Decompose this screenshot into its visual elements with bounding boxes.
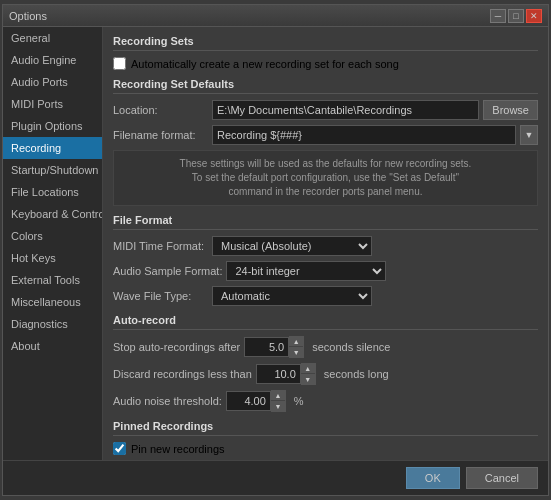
sidebar-item-diagnostics[interactable]: Diagnostics: [3, 313, 102, 335]
noise-spin-up[interactable]: ▲: [271, 391, 285, 401]
location-input[interactable]: [212, 100, 479, 120]
sidebar-item-audio-ports[interactable]: Audio Ports: [3, 71, 102, 93]
audio-sample-row: Audio Sample Format: 24-bit integer: [113, 261, 538, 281]
section-recording-set-defaults: Recording Set Defaults: [113, 78, 538, 94]
options-window: Options ─ □ ✕ GeneralAudio EngineAudio P…: [2, 4, 549, 496]
auto-create-label: Automatically create a new recording set…: [131, 58, 399, 70]
midi-time-select[interactable]: Musical (Absolute): [212, 236, 372, 256]
stop-suffix: seconds silence: [312, 341, 390, 353]
discard-suffix: seconds long: [324, 368, 389, 380]
sidebar-item-keyboard-controls[interactable]: Keyboard & Controls: [3, 203, 102, 225]
discard-spin-buttons: ▲ ▼: [301, 363, 316, 385]
wave-file-label: Wave File Type:: [113, 290, 208, 302]
noise-suffix: %: [294, 395, 304, 407]
close-button[interactable]: ✕: [526, 9, 542, 23]
discard-label: Discard recordings less than: [113, 368, 252, 380]
main-content: GeneralAudio EngineAudio PortsMIDI Ports…: [3, 27, 548, 460]
discard-input[interactable]: [256, 364, 301, 384]
browse-button[interactable]: Browse: [483, 100, 538, 120]
discard-row: Discard recordings less than ▲ ▼ seconds…: [113, 363, 538, 385]
section-pinned-recordings: Pinned Recordings: [113, 420, 538, 436]
location-label: Location:: [113, 104, 208, 116]
sidebar-item-general[interactable]: General: [3, 27, 102, 49]
noise-input[interactable]: [226, 391, 271, 411]
footer: OK Cancel: [3, 460, 548, 495]
section-file-format: File Format: [113, 214, 538, 230]
stop-spin-up[interactable]: ▲: [289, 337, 303, 347]
sidebar-item-recording[interactable]: Recording: [3, 137, 102, 159]
minimize-button[interactable]: ─: [490, 9, 506, 23]
location-row: Location: Browse: [113, 100, 538, 120]
auto-create-row: Automatically create a new recording set…: [113, 57, 538, 70]
section-auto-record: Auto-record: [113, 314, 538, 330]
pin-new-row: Pin new recordings: [113, 442, 538, 455]
maximize-button[interactable]: □: [508, 9, 524, 23]
stop-spin-buttons: ▲ ▼: [289, 336, 304, 358]
audio-sample-select[interactable]: 24-bit integer: [226, 261, 386, 281]
stop-label: Stop auto-recordings after: [113, 341, 240, 353]
sidebar-item-midi-ports[interactable]: MIDI Ports: [3, 93, 102, 115]
sidebar-item-miscellaneous[interactable]: Miscellaneous: [3, 291, 102, 313]
info-line2: To set the default port configuration, u…: [192, 172, 459, 183]
noise-label: Audio noise threshold:: [113, 395, 222, 407]
info-line1: These settings will be used as the defau…: [180, 158, 472, 169]
sidebar-item-startup-shutdown[interactable]: Startup/Shutdown: [3, 159, 102, 181]
audio-sample-label: Audio Sample Format:: [113, 265, 222, 277]
wave-file-select[interactable]: Automatic: [212, 286, 372, 306]
sidebar-item-plugin-options[interactable]: Plugin Options: [3, 115, 102, 137]
section-recording-sets: Recording Sets: [113, 35, 538, 51]
info-line3: command in the recorder ports panel menu…: [229, 186, 423, 197]
stop-input[interactable]: [244, 337, 289, 357]
filename-arrow-button[interactable]: ▼: [520, 125, 538, 145]
cancel-button[interactable]: Cancel: [466, 467, 538, 489]
pin-new-checkbox[interactable]: [113, 442, 126, 455]
midi-time-label: MIDI Time Format:: [113, 240, 208, 252]
filename-label: Filename format:: [113, 129, 208, 141]
stop-row: Stop auto-recordings after ▲ ▼ seconds s…: [113, 336, 538, 358]
filename-row: Filename format: ▼: [113, 125, 538, 145]
titlebar: Options ─ □ ✕: [3, 5, 548, 27]
noise-spin: ▲ ▼: [226, 390, 286, 412]
wave-file-row: Wave File Type: Automatic: [113, 286, 538, 306]
sidebar-item-hot-keys[interactable]: Hot Keys: [3, 247, 102, 269]
main-panel: Recording Sets Automatically create a ne…: [103, 27, 548, 460]
sidebar-item-about[interactable]: About: [3, 335, 102, 357]
pin-new-label: Pin new recordings: [131, 443, 225, 455]
info-box: These settings will be used as the defau…: [113, 150, 538, 206]
auto-create-checkbox[interactable]: [113, 57, 126, 70]
filename-input[interactable]: [212, 125, 516, 145]
sidebar-item-file-locations[interactable]: File Locations: [3, 181, 102, 203]
ok-button[interactable]: OK: [406, 467, 460, 489]
discard-spin: ▲ ▼: [256, 363, 316, 385]
noise-spin-down[interactable]: ▼: [271, 401, 285, 411]
sidebar-item-audio-engine[interactable]: Audio Engine: [3, 49, 102, 71]
noise-spin-buttons: ▲ ▼: [271, 390, 286, 412]
midi-time-row: MIDI Time Format: Musical (Absolute): [113, 236, 538, 256]
sidebar-item-external-tools[interactable]: External Tools: [3, 269, 102, 291]
titlebar-buttons: ─ □ ✕: [490, 9, 542, 23]
sidebar: GeneralAudio EngineAudio PortsMIDI Ports…: [3, 27, 103, 460]
stop-spin: ▲ ▼: [244, 336, 304, 358]
stop-spin-down[interactable]: ▼: [289, 347, 303, 357]
sidebar-item-colors[interactable]: Colors: [3, 225, 102, 247]
discard-spin-up[interactable]: ▲: [301, 364, 315, 374]
noise-row: Audio noise threshold: ▲ ▼ %: [113, 390, 538, 412]
discard-spin-down[interactable]: ▼: [301, 374, 315, 384]
window-title: Options: [9, 10, 47, 22]
